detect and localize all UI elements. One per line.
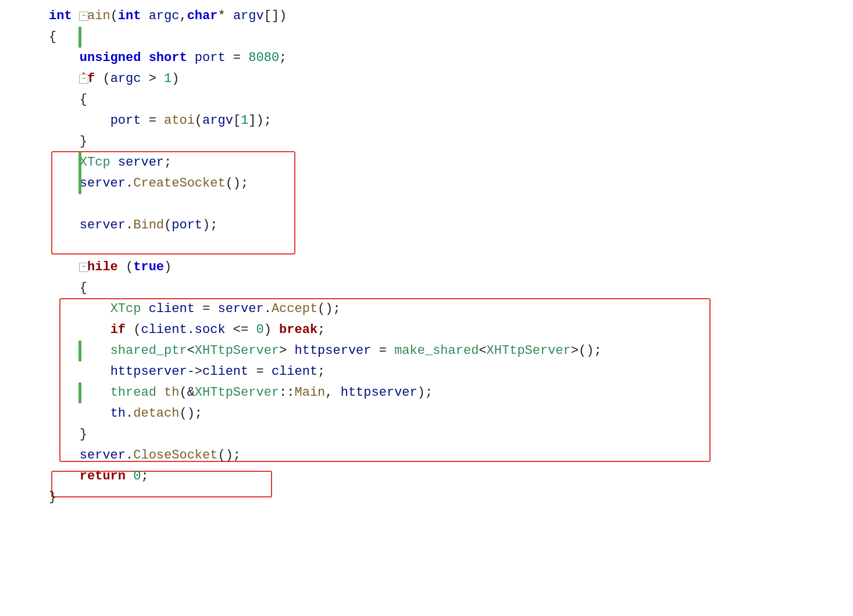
green-bar-9 [78,173,81,194]
line-content-16: if (client.sock <= 0) break; [47,320,853,340]
gutter-20 [47,403,93,424]
line-2: { [47,27,853,48]
gutter-1: − [47,6,93,27]
code-container: − int main(int argc,char* argv[]) { unsi… [0,6,853,508]
gutter-21 [47,424,93,445]
fold-icon-4[interactable]: − [79,74,88,84]
gutter-4: − [47,69,93,89]
gutter-11 [47,215,93,236]
line-3: unsigned short port = 8080; [47,48,853,69]
line-content-10 [47,194,853,214]
green-bar-8 [78,152,81,173]
gutter-16 [47,320,93,341]
gutter-2 [47,27,93,48]
gutter-18 [47,361,93,382]
line-content-6: port = atoi(argv[1]); [47,110,853,131]
line-content-9: server.CreateSocket(); [47,173,853,194]
gutter-22 [47,445,93,466]
line-content-14: { [47,278,853,298]
line-11: server.Bind(port); [47,215,853,236]
line-22: server.CloseSocket(); [47,445,853,466]
line-content-19: thread th(&XHTtpServer::Main, httpserver… [47,382,853,403]
line-12 [47,236,853,257]
gutter-3 [47,48,93,69]
line-5: { [47,89,853,110]
green-bar-19 [78,382,81,403]
line-6: port = atoi(argv[1]); [47,110,853,131]
line-content-15: XTcp client = server.Accept(); [47,299,853,319]
gutter-12 [47,236,93,257]
fold-icon-1[interactable]: − [79,12,88,21]
line-19: thread th(&XHTtpServer::Main, httpserver… [47,382,853,403]
line-20: th.detach(); [47,403,853,424]
line-content-3: unsigned short port = 8080; [47,48,853,68]
gutter-19 [47,382,93,403]
gutter-5 [47,89,93,110]
gutter-8 [47,152,93,173]
line-content-7: } [47,131,853,152]
line-9: server.CreateSocket(); [47,173,853,194]
gutter-7 [47,131,93,152]
line-content-13: while (true) [47,257,853,277]
line-content-4: if (argc > 1) [47,69,853,89]
gutter-14 [47,278,93,299]
line-24: } [47,487,853,508]
line-23: return 0; [47,466,853,487]
line-content-11: server.Bind(port); [47,215,853,235]
line-content-24: } [47,487,853,507]
line-21: } [47,424,853,445]
line-content-18: httpserver->client = client; [47,361,853,382]
line-content-20: th.detach(); [47,403,853,424]
line-7: } [47,131,853,152]
line-17: shared_ptr<XHTtpServer> httpserver = mak… [47,341,853,361]
line-8: XTcp server; [47,152,853,173]
fold-icon-13[interactable]: − [79,263,88,272]
line-content-21: } [47,424,853,445]
gutter-9 [47,173,93,194]
line-content-1: int main(int argc,char* argv[]) [47,6,853,26]
gutter-23 [47,466,93,487]
gutter-17 [47,341,93,361]
line-content-22: server.CloseSocket(); [47,445,853,465]
line-16: if (client.sock <= 0) break; [47,320,853,341]
line-1: − int main(int argc,char* argv[]) [47,6,853,27]
line-10 [47,194,853,215]
gutter-15 [47,299,93,320]
code-area: − int main(int argc,char* argv[]) { unsi… [0,6,853,508]
green-bar-2 [78,27,81,48]
line-content-17: shared_ptr<XHTtpServer> httpserver = mak… [47,341,853,361]
line-14: { [47,278,853,299]
green-bar-17 [78,341,81,361]
line-content-2: { [47,27,853,47]
gutter-10 [47,194,93,215]
line-15: XTcp client = server.Accept(); [47,299,853,320]
line-content-8: XTcp server; [47,152,853,173]
gutter-6 [47,110,93,131]
line-18: httpserver->client = client; [47,361,853,382]
line-content-23: return 0; [47,466,853,486]
line-content-5: { [47,89,853,110]
gutter-24 [47,487,93,508]
line-4: − if (argc > 1) [47,69,853,89]
line-13: − while (true) [47,257,853,278]
line-content-12 [47,236,853,256]
gutter-13: − [47,257,93,278]
